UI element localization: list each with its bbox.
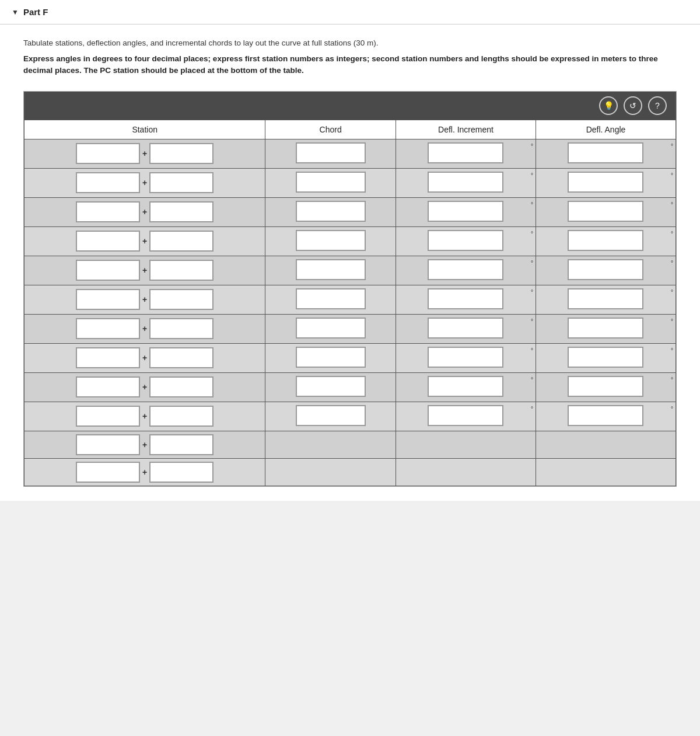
defl-angle-input-4[interactable] [568, 259, 643, 280]
station-cell-7: + [24, 343, 265, 372]
station-input2-5[interactable] [149, 289, 214, 310]
station-input2-0[interactable] [149, 143, 214, 164]
station-input2-7[interactable] [149, 347, 214, 368]
station-cell-4: + [24, 256, 265, 285]
defl-inc-input-1[interactable] [428, 172, 503, 193]
defl-angle-input-9[interactable] [568, 405, 643, 426]
station-input2-2[interactable] [149, 201, 214, 222]
station-input2-11[interactable] [149, 462, 214, 483]
station-input2-8[interactable] [149, 376, 214, 397]
defl-inc-input-9[interactable] [428, 405, 503, 426]
station-input2-1[interactable] [149, 172, 214, 193]
table-row: + ° ° [24, 197, 676, 226]
defl-inc-input-5[interactable] [428, 288, 503, 309]
plus-sign-10: + [142, 440, 147, 449]
degree-mark-angle-2: ° [671, 201, 673, 208]
defl-inc-cell-7: ° [396, 343, 536, 372]
defl-angle-cell-3: ° [536, 226, 676, 256]
station-input2-3[interactable] [149, 231, 214, 252]
defl-angle-cell-7: ° [536, 343, 676, 372]
chord-input-3[interactable] [296, 230, 366, 251]
station-input1-2[interactable] [76, 201, 140, 222]
defl-angle-input-5[interactable] [568, 288, 643, 309]
chord-input-1[interactable] [296, 172, 366, 193]
degree-mark-inc-3: ° [531, 231, 533, 237]
degree-mark-inc-6: ° [531, 318, 533, 325]
defl-angle-cell-9: ° [536, 402, 676, 431]
station-input1-10[interactable] [76, 434, 140, 455]
station-input1-8[interactable] [76, 376, 140, 397]
page-wrapper: ▼ Part F Tabulate stations, deflection a… [0, 0, 700, 501]
chord-input-6[interactable] [296, 318, 366, 339]
table-row: + ° ° [24, 402, 676, 431]
defl-angle-input-0[interactable] [568, 142, 643, 163]
header-defl-angle: Defl. Angle [536, 120, 676, 139]
degree-mark-inc-2: ° [531, 201, 533, 208]
defl-inc-input-8[interactable] [428, 376, 503, 397]
part-title: Part F [23, 7, 48, 17]
station-cell-1: + [24, 168, 265, 197]
header-defl-increment: Defl. Increment [396, 120, 536, 139]
degree-mark-angle-0: ° [671, 143, 673, 149]
plus-sign-0: + [142, 149, 147, 158]
defl-inc-cell-9: ° [396, 402, 536, 431]
defl-inc-input-7[interactable] [428, 347, 503, 368]
chord-input-2[interactable] [296, 201, 366, 222]
plus-sign-7: + [142, 353, 147, 362]
chord-input-0[interactable] [296, 142, 366, 163]
chord-cell-6 [265, 314, 396, 343]
chord-input-8[interactable] [296, 376, 366, 397]
station-input2-4[interactable] [149, 260, 214, 281]
chord-cell-3 [265, 226, 396, 256]
degree-mark-angle-1: ° [671, 172, 673, 179]
defl-inc-cell-10 [396, 431, 536, 458]
defl-angle-input-2[interactable] [568, 201, 643, 222]
chord-cell-2 [265, 197, 396, 226]
defl-inc-cell-11 [396, 458, 536, 486]
chord-cell-9 [265, 402, 396, 431]
defl-angle-input-3[interactable] [568, 230, 643, 251]
collapse-icon[interactable]: ▼ [12, 8, 19, 16]
table-row: + ° ° [24, 372, 676, 402]
station-input1-4[interactable] [76, 260, 140, 281]
station-input1-6[interactable] [76, 318, 140, 339]
defl-inc-input-0[interactable] [428, 142, 503, 163]
degree-mark-angle-9: ° [671, 406, 673, 412]
chord-input-9[interactable] [296, 405, 366, 426]
defl-inc-input-4[interactable] [428, 259, 503, 280]
defl-inc-input-2[interactable] [428, 201, 503, 222]
degree-mark-angle-4: ° [671, 260, 673, 266]
station-input2-9[interactable] [149, 406, 214, 427]
station-input1-11[interactable] [76, 462, 140, 483]
chord-cell-5 [265, 285, 396, 314]
station-input1-3[interactable] [76, 231, 140, 252]
station-input1-7[interactable] [76, 347, 140, 368]
header-bar: ▼ Part F [0, 0, 700, 25]
station-input2-10[interactable] [149, 434, 214, 455]
defl-angle-cell-2: ° [536, 197, 676, 226]
defl-inc-cell-3: ° [396, 226, 536, 256]
degree-mark-angle-5: ° [671, 289, 673, 295]
hint-icon[interactable]: 💡 [599, 96, 618, 115]
chord-input-5[interactable] [296, 288, 366, 309]
defl-angle-input-8[interactable] [568, 376, 643, 397]
station-input2-6[interactable] [149, 318, 214, 339]
station-input1-0[interactable] [76, 143, 140, 164]
table-container: 💡 ↺ ? Station Chord Defl. Increment Defl… [23, 91, 677, 487]
defl-angle-input-1[interactable] [568, 172, 643, 193]
chord-input-7[interactable] [296, 347, 366, 368]
degree-mark-angle-3: ° [671, 231, 673, 237]
reset-icon[interactable]: ↺ [624, 96, 642, 115]
defl-inc-input-6[interactable] [428, 318, 503, 339]
defl-angle-input-7[interactable] [568, 347, 643, 368]
defl-inc-input-3[interactable] [428, 230, 503, 251]
defl-inc-cell-8: ° [396, 372, 536, 402]
help-icon[interactable]: ? [648, 96, 667, 115]
station-input1-5[interactable] [76, 289, 140, 310]
station-input1-1[interactable] [76, 172, 140, 193]
defl-angle-cell-5: ° [536, 285, 676, 314]
defl-angle-input-6[interactable] [568, 318, 643, 339]
station-input1-9[interactable] [76, 406, 140, 427]
chord-cell-4 [265, 256, 396, 285]
chord-input-4[interactable] [296, 259, 366, 280]
